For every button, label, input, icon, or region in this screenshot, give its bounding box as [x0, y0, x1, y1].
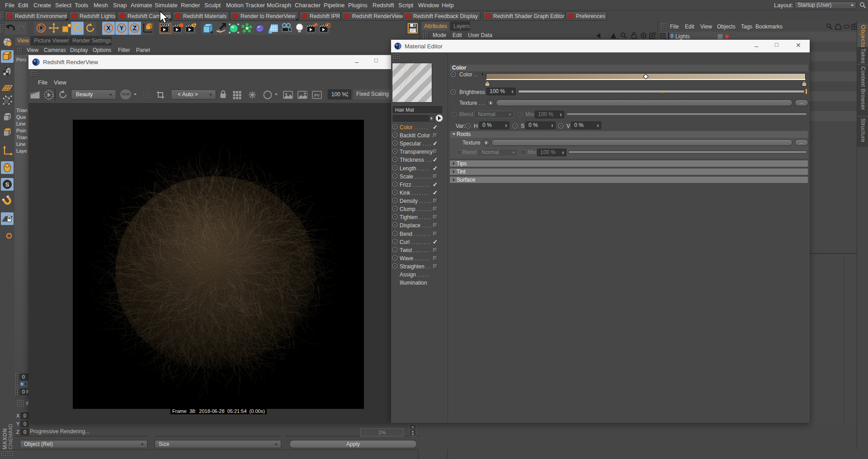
svg-text:Z: Z [133, 24, 137, 32]
svg-text:X: X [106, 24, 111, 32]
svg-text:S: S [5, 181, 9, 188]
svg-text:Y: Y [119, 24, 124, 32]
svg-text:PV: PV [314, 93, 320, 98]
